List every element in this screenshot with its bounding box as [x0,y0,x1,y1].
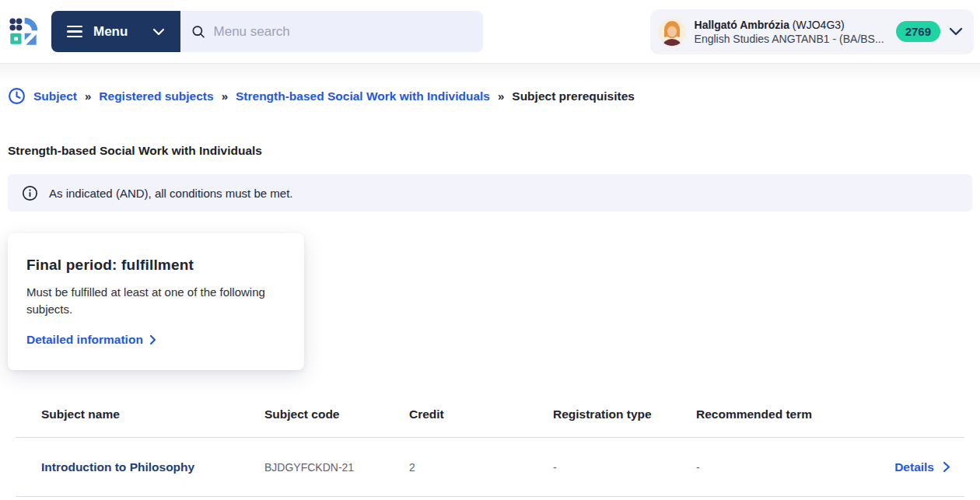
chevron-right-icon [943,461,950,473]
breadcrumb-item-current: Subject prerequisites [512,89,635,103]
table-header-row: Subject name Subject code Credit Registr… [16,391,964,438]
user-account-menu[interactable]: Hallgató Ambrózia (WJO4G3) English Studi… [650,9,974,54]
breadcrumb-separator: » [222,89,228,103]
table-row: Introduction to Philosophy BJDGYFCKDN-21… [16,438,964,497]
column-header-recommended-term: Recommended term [696,407,873,421]
header-shadow [0,64,980,82]
prerequisite-subjects-table: Subject name Subject code Credit Registr… [16,391,964,497]
chevron-right-icon [149,334,156,345]
menu-search-input[interactable] [212,23,472,40]
search-icon [191,24,206,40]
user-name: Hallgató Ambrózia [695,19,789,31]
page-title: Strength-based Social Work with Individu… [8,144,972,158]
registration-type-cell: - [553,461,696,474]
chevron-down-icon [152,28,165,36]
breadcrumb-separator: » [498,89,504,103]
breadcrumb-item-subject-name[interactable]: Strength-based Social Work with Individu… [236,89,490,103]
column-header-registration-type: Registration type [553,407,696,421]
card-description: Must be fulfilled at least at one of the… [26,284,286,318]
detailed-information-link[interactable]: Detailed information [26,333,156,347]
subject-name-link[interactable]: Introduction to Philosophy [41,460,264,474]
breadcrumb-item-registered-subjects[interactable]: Registered subjects [99,89,213,103]
app-logo-icon[interactable] [8,15,39,49]
details-label: Details [894,460,934,474]
menu-search-bar: Menu [51,11,483,52]
user-info: Hallgató Ambrózia (WJO4G3) English Studi… [695,18,884,46]
breadcrumb-item-subject[interactable]: Subject [33,89,77,103]
details-link[interactable]: Details [873,460,950,474]
breadcrumb: Subject » Registered subjects » Strength… [0,87,980,105]
menu-search-field [180,11,483,52]
user-neptun-code: (WJO4G3) [793,19,845,31]
info-banner: As indicated (AND), all conditions must … [8,174,972,212]
card-title: Final period: fulfillment [26,257,285,274]
user-program: English Studies ANGTANB1 - (BA/BS... [695,32,884,46]
menu-button-label: Menu [93,24,128,40]
recommended-term-cell: - [696,461,873,474]
hamburger-icon [67,26,82,38]
top-header: Menu [0,0,980,64]
balance-badge: 2769 [896,21,940,42]
column-header-credit: Credit [409,407,553,421]
detailed-information-label: Detailed information [26,333,143,347]
clock-history-icon[interactable] [8,87,26,105]
user-avatar [658,18,686,46]
chevron-down-icon [949,27,963,36]
column-header-subject-name: Subject name [41,407,264,421]
info-banner-text: As indicated (AND), all conditions must … [49,187,292,200]
credit-cell: 2 [409,461,553,474]
prerequisite-card: Final period: fulfillment Must be fulfil… [8,233,304,370]
info-circle-icon [22,185,38,201]
breadcrumb-separator: » [85,89,91,103]
menu-button[interactable]: Menu [51,11,180,52]
column-header-subject-code: Subject code [264,407,409,421]
subject-code-cell: BJDGYFCKDN-21 [264,461,409,474]
